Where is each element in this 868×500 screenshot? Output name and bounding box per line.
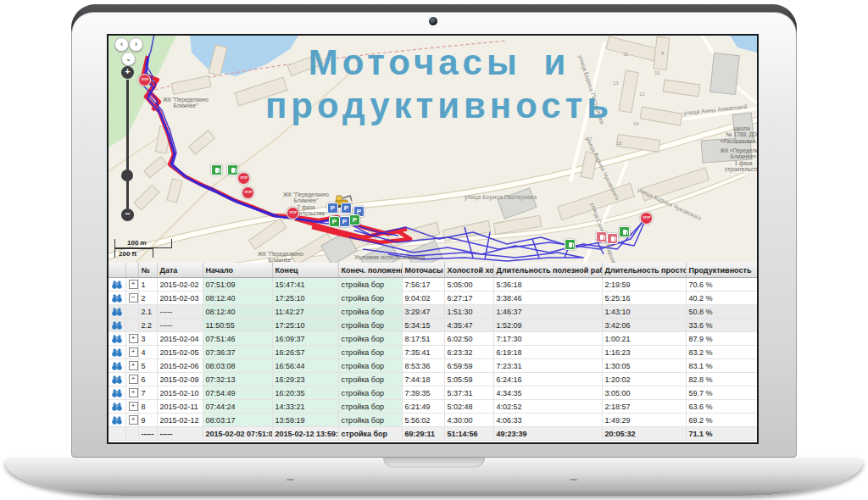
cell-prod: 82.8 % (686, 373, 757, 386)
cell-useful: 7:17:30 (493, 332, 602, 346)
track-view-cell[interactable] (108, 332, 125, 346)
table-row[interactable]: +72015-02-1007:54:4916:20:35стройка бор7… (108, 386, 757, 400)
stop-marker[interactable]: STOP (237, 172, 250, 185)
zoom-in-button[interactable]: + (121, 66, 134, 79)
cell-idle: 6:23:32 (444, 346, 493, 359)
fuel-pump-icon (215, 168, 219, 173)
column-header[interactable] (125, 263, 138, 278)
column-header[interactable]: Конец (272, 263, 338, 278)
expander-cell: + (125, 373, 138, 386)
zoom-out-button[interactable]: − (121, 208, 134, 221)
cell-prod: 69.2 % (686, 414, 757, 427)
cell-num: 4 (138, 346, 157, 359)
table-row[interactable]: +42015-02-0507:36:3716:26:57стройка бор7… (108, 346, 757, 359)
fuel-marker[interactable] (227, 164, 238, 175)
column-header[interactable]: Длительность полезной работы (493, 263, 602, 278)
row-expander-toggle[interactable]: + (129, 415, 138, 425)
cell-prod: 50.8 % (686, 305, 757, 319)
poi-label: ЖК "Переделкино Ближнее" (158, 97, 214, 109)
cell-pos: стройка бор (338, 359, 402, 373)
cell-pos: стройка бор (338, 305, 402, 319)
row-expander-toggle[interactable]: + (129, 334, 138, 343)
track-view-cell[interactable] (108, 359, 125, 373)
column-header[interactable]: Начало (203, 263, 272, 278)
zoom-slider-track[interactable] (126, 80, 129, 208)
column-header[interactable]: Холостой ход (444, 263, 493, 278)
map-attribution-link[interactable]: Условия использования (354, 253, 425, 261)
table-row[interactable]: 2.2-----11:50:5517:25:10стройка бор5:34:… (108, 319, 757, 332)
parking-marker[interactable]: P (349, 214, 360, 225)
table-row[interactable]: +92015-02-1208:03:1713:59:19стройка бор5… (108, 414, 757, 427)
building-number: 15 (616, 141, 622, 146)
zoom-slider-handle[interactable] (121, 169, 133, 181)
row-expander-toggle[interactable]: − (129, 293, 138, 303)
parking-marker[interactable]: P (327, 203, 338, 214)
stop-marker[interactable]: STOP (242, 186, 254, 199)
total-expander-cell (125, 427, 138, 441)
column-header[interactable]: Конеч. положение (338, 263, 402, 278)
column-header[interactable]: Длительность простоя (602, 263, 686, 278)
table-row[interactable]: 2.1-----08:12:4011:42:27стройка бор3:29:… (108, 305, 757, 319)
fuel-marker[interactable] (619, 226, 630, 237)
pan-left-button[interactable]: ‹ (114, 37, 129, 52)
track-view-cell[interactable] (108, 346, 125, 359)
table-row[interactable]: +82015-02-1107:44:2414:33:21стройка бор6… (108, 400, 757, 414)
cell-num: 3 (138, 332, 157, 346)
stop-marker-label: STOP (244, 192, 252, 195)
collapse-button[interactable]: ⌄ (121, 52, 136, 66)
track-view-cell[interactable] (108, 386, 125, 400)
stop-marker-label: STOP (141, 79, 148, 82)
cell-engine: 8:53:36 (402, 359, 444, 373)
cell-date: 2015-02-04 (157, 332, 203, 346)
row-expander-toggle[interactable]: + (129, 402, 138, 411)
track-view-cell[interactable] (108, 305, 125, 319)
fuel-marker[interactable] (596, 231, 607, 242)
track-view-cell[interactable] (108, 319, 125, 332)
track-view-cell[interactable] (108, 278, 125, 292)
parking-marker[interactable]: P (341, 203, 352, 214)
expander-cell: − (125, 292, 138, 305)
cell-downtime: 1:20:02 (602, 373, 686, 386)
column-header[interactable] (108, 263, 125, 278)
fuel-marker[interactable] (565, 239, 576, 250)
row-expander-toggle[interactable]: + (129, 347, 138, 357)
column-header[interactable]: Дата (157, 263, 203, 278)
track-view-cell[interactable] (108, 292, 125, 305)
row-expander-toggle[interactable]: + (129, 280, 138, 289)
column-header[interactable]: Моточасы (402, 263, 444, 278)
cell-end: 17:25:10 (272, 292, 338, 305)
fuel-marker[interactable] (607, 233, 618, 244)
stop-marker[interactable]: STOP (287, 207, 299, 219)
track-view-cell[interactable] (108, 373, 125, 386)
total-downtime: 20:05:32 (602, 427, 686, 441)
cell-end: 16:09:37 (272, 332, 338, 346)
cell-num: 2.1 (138, 305, 157, 319)
column-header[interactable]: № (138, 263, 157, 278)
table-row[interactable]: +62015-02-0907:32:1316:29:23стройка бор7… (108, 373, 757, 386)
row-expander-toggle[interactable]: + (129, 388, 138, 397)
row-expander-toggle[interactable]: + (129, 361, 138, 370)
fuel-marker[interactable] (211, 164, 222, 175)
track-view-cell[interactable] (108, 400, 125, 414)
cell-useful: 7:23:31 (493, 359, 602, 373)
stop-marker[interactable]: STOP (138, 74, 151, 86)
cell-downtime: 2:19:59 (602, 278, 686, 292)
cell-pos: стройка бор (338, 386, 402, 400)
table-row[interactable]: +12015-02-0207:51:0915:47:41стройка бор7… (108, 278, 757, 292)
cell-end: 15:47:41 (272, 278, 338, 292)
column-header[interactable]: Продуктивность (686, 263, 757, 278)
table-row[interactable]: +32015-02-0407:51:4616:09:37стройка бор8… (108, 332, 757, 346)
pan-right-button[interactable]: › (129, 37, 143, 52)
map-canvas[interactable]: Моточасы и продуктивность улица Бориса П… (108, 36, 757, 263)
stop-marker-label: STOP (240, 177, 248, 181)
cell-engine: 7:44:18 (402, 373, 444, 386)
table-row[interactable]: +52015-02-0608:03:0816:56:44стройка бор8… (108, 359, 757, 373)
table-row[interactable]: −22015-02-0308:12:4017:25:10стройка бор9… (108, 292, 757, 305)
row-expander-toggle[interactable]: + (129, 375, 138, 384)
track-view-cell[interactable] (108, 414, 125, 427)
expander-cell: + (125, 332, 138, 346)
cell-downtime: 3:05:00 (602, 386, 686, 400)
cell-idle: 5:05:59 (444, 373, 493, 386)
fuel-pump-icon (231, 168, 235, 173)
stop-marker[interactable]: STOP (640, 212, 653, 225)
